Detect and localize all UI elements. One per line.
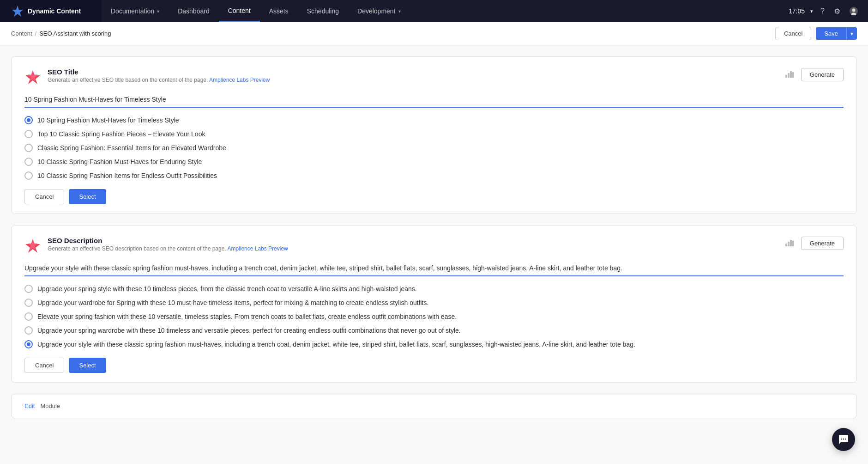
seo-title-heading: SEO Title xyxy=(48,68,776,76)
top-navigation: Dynamic Content Documentation ▾ Dashboar… xyxy=(0,0,868,22)
svg-rect-9 xyxy=(792,72,794,78)
seo-title-star-icon xyxy=(24,69,41,85)
seo-description-star-icon xyxy=(24,238,41,254)
seo-title-options: 10 Spring Fashion Must-Haves for Timeles… xyxy=(24,116,844,180)
seo-desc-option-1[interactable]: Upgrade your spring style with these 10 … xyxy=(24,285,844,293)
svg-rect-6 xyxy=(785,75,787,78)
seo-title-option-4[interactable]: 10 Classic Spring Fashion Must-Haves for… xyxy=(24,158,844,166)
seo-desc-radio-4[interactable] xyxy=(24,326,33,335)
chart-icon-2 xyxy=(785,239,794,246)
seo-title-radio-3[interactable] xyxy=(24,144,33,152)
svg-rect-14 xyxy=(790,240,792,246)
seo-title-description: Generate an effective SEO title based on… xyxy=(48,77,776,83)
nav-time: 17:05 xyxy=(789,7,805,15)
settings-icon-button[interactable]: ⚙ xyxy=(832,5,842,18)
nav-time-chevron: ▾ xyxy=(810,8,813,14)
seo-title-title-block: SEO Title Generate an effective SEO titl… xyxy=(48,68,776,83)
documentation-chevron-icon: ▾ xyxy=(157,9,159,14)
breadcrumb: Content / SEO Assistant with scoring Can… xyxy=(0,22,868,45)
breadcrumb-actions: Cancel Save ▾ xyxy=(775,27,857,40)
main-content: SEO Title Generate an effective SEO titl… xyxy=(0,45,868,464)
seo-desc-radio-5[interactable] xyxy=(24,340,33,348)
seo-title-action-row: Cancel Select xyxy=(24,189,844,204)
svg-point-17 xyxy=(843,439,844,440)
nav-right-actions: 17:05 ▾ ? ⚙ xyxy=(780,5,868,18)
nav-scheduling[interactable]: Scheduling xyxy=(298,0,348,22)
chat-fab-button[interactable] xyxy=(832,428,855,451)
nav-dashboard[interactable]: Dashboard xyxy=(169,0,219,22)
nav-content[interactable]: Content xyxy=(219,0,260,22)
brand-name: Dynamic Content xyxy=(28,7,81,15)
seo-title-preview-link[interactable]: Amplience Labs Preview xyxy=(209,77,270,83)
seo-title-generate-button[interactable]: Generate xyxy=(801,68,844,81)
save-button[interactable]: Save xyxy=(816,27,846,40)
seo-title-option-5[interactable]: 10 Classic Spring Fashion Items for Endl… xyxy=(24,171,844,180)
save-button-group: Save ▾ xyxy=(816,27,857,40)
seo-description-select-button[interactable]: Select xyxy=(69,358,106,373)
seo-title-cancel-button[interactable]: Cancel xyxy=(24,189,64,204)
seo-description-heading: SEO Description xyxy=(48,237,776,244)
breadcrumb-content-link[interactable]: Content xyxy=(11,30,32,37)
seo-description-cancel-button[interactable]: Cancel xyxy=(24,358,64,373)
seo-description-section: SEO Description Generate an effective SE… xyxy=(11,225,857,383)
seo-title-option-1[interactable]: 10 Spring Fashion Must-Haves for Timeles… xyxy=(24,116,844,124)
svg-marker-0 xyxy=(12,6,23,17)
seo-title-radio-5[interactable] xyxy=(24,171,33,180)
svg-rect-13 xyxy=(788,242,790,246)
seo-title-option-2[interactable]: Top 10 Classic Spring Fashion Pieces – E… xyxy=(24,130,844,138)
seo-desc-option-4[interactable]: Upgrade your spring wardrobe with these … xyxy=(24,326,844,335)
seo-desc-radio-2[interactable] xyxy=(24,299,33,307)
svg-point-18 xyxy=(845,439,846,440)
svg-rect-7 xyxy=(788,73,790,78)
seo-desc-radio-1[interactable] xyxy=(24,285,33,293)
save-split-chevron-button[interactable]: ▾ xyxy=(846,27,857,40)
seo-description-generate-button[interactable]: Generate xyxy=(801,237,844,250)
seo-description-action-row: Cancel Select xyxy=(24,358,844,373)
seo-desc-option-3[interactable]: Elevate your spring fashion with these 1… xyxy=(24,312,844,321)
seo-title-input[interactable] xyxy=(24,92,844,108)
chat-icon xyxy=(838,434,849,445)
seo-desc-option-5[interactable]: Upgrade your style with these classic sp… xyxy=(24,340,844,348)
nav-development[interactable]: Development ▾ xyxy=(348,0,410,22)
seo-title-radio-2[interactable] xyxy=(24,130,33,138)
nav-items: Documentation ▾ Dashboard Content Assets… xyxy=(102,0,780,22)
bottom-module-section: Edit Module xyxy=(11,394,857,418)
development-chevron-icon: ▾ xyxy=(398,9,401,14)
nav-documentation[interactable]: Documentation ▾ xyxy=(102,0,169,22)
seo-description-chart-icon-button[interactable] xyxy=(783,237,796,250)
seo-title-header: SEO Title Generate an effective SEO titl… xyxy=(24,68,844,85)
seo-desc-radio-3[interactable] xyxy=(24,312,33,321)
seo-desc-option-2[interactable]: Upgrade your wardrobe for Spring with th… xyxy=(24,299,844,307)
seo-description-preview-link[interactable]: Amplience Labs Preview xyxy=(227,245,288,252)
svg-point-2 xyxy=(852,9,856,12)
svg-rect-15 xyxy=(792,241,794,246)
seo-description-section-actions: Generate xyxy=(783,237,844,250)
user-avatar-icon xyxy=(850,7,858,15)
svg-rect-8 xyxy=(790,71,792,78)
seo-description-title-block: SEO Description Generate an effective SE… xyxy=(48,237,776,252)
breadcrumb-cancel-button[interactable]: Cancel xyxy=(775,27,811,40)
chart-icon xyxy=(785,70,794,78)
nav-assets[interactable]: Assets xyxy=(260,0,298,22)
brand-logo[interactable]: Dynamic Content xyxy=(0,0,102,22)
seo-title-select-button[interactable]: Select xyxy=(69,189,106,204)
breadcrumb-current: SEO Assistant with scoring xyxy=(39,30,111,37)
user-icon-button[interactable] xyxy=(848,5,860,17)
seo-description-description: Generate an effective SEO description ba… xyxy=(48,245,776,252)
seo-title-section-actions: Generate xyxy=(783,68,844,81)
seo-title-radio-4[interactable] xyxy=(24,158,33,166)
svg-point-16 xyxy=(841,439,842,440)
svg-rect-12 xyxy=(785,244,787,246)
seo-title-radio-1[interactable] xyxy=(24,116,33,124)
seo-title-option-3[interactable]: Classic Spring Fashion: Essential Items … xyxy=(24,144,844,152)
bottom-edit-label[interactable]: Edit xyxy=(24,403,35,409)
seo-description-input[interactable] xyxy=(24,261,844,276)
brand-icon xyxy=(11,5,24,18)
seo-title-chart-icon-button[interactable] xyxy=(783,68,796,81)
breadcrumb-separator: / xyxy=(35,30,37,37)
help-icon-button[interactable]: ? xyxy=(819,5,826,17)
seo-description-options: Upgrade your spring style with these 10 … xyxy=(24,285,844,348)
seo-title-section: SEO Title Generate an effective SEO titl… xyxy=(11,56,857,214)
seo-description-header: SEO Description Generate an effective SE… xyxy=(24,237,844,254)
bottom-module-label: Module xyxy=(40,403,60,409)
